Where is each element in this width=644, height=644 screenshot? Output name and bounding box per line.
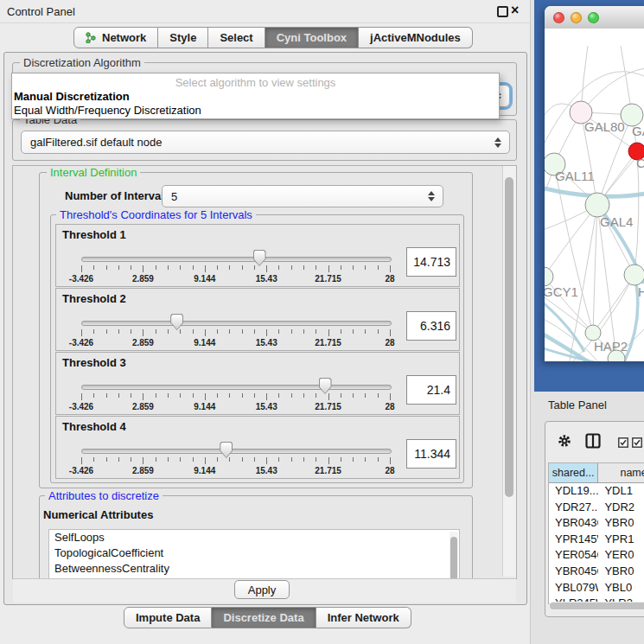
table-cell[interactable]: YBR0 — [598, 564, 644, 580]
threshold-value-input[interactable] — [407, 312, 456, 340]
threshold-value-input[interactable] — [407, 440, 456, 468]
bottom-tab-bar: Impute DataDiscretize DataInfer Network — [124, 607, 411, 628]
algorithm-option[interactable]: Manual Discretization — [12, 90, 499, 104]
tick-mark — [180, 393, 181, 398]
table-hscrollbar[interactable] — [549, 602, 644, 610]
attribute-item[interactable]: TopologicalCoefficient — [49, 545, 459, 561]
close-traffic-icon[interactable] — [553, 12, 564, 23]
tick-mark — [341, 329, 341, 334]
slider-handle[interactable] — [253, 250, 266, 266]
attributes-scrollbar[interactable] — [450, 532, 458, 579]
tab-cyni-toolbox[interactable]: Cyni Toolbox — [265, 27, 359, 48]
attribute-item[interactable]: BetweennessCentrality — [49, 561, 459, 577]
table-cell[interactable]: YPR1 — [598, 532, 644, 548]
tab-discretize-data[interactable]: Discretize Data — [212, 607, 316, 628]
threshold-value-box — [406, 375, 456, 405]
attributes-scrollbar-thumb[interactable] — [450, 537, 457, 579]
algorithm-option[interactable]: Equal Width/Frequency Discretization — [12, 104, 499, 118]
numerical-attributes-label: Numerical Attributes — [43, 508, 153, 521]
table-cell[interactable]: YBL0 — [598, 580, 644, 596]
algorithm-dropdown: Select algorithm to view settings Manual… — [11, 73, 500, 119]
table-row[interactable]: YBL079WYBL0 — [549, 580, 644, 596]
column-header-shared-[interactable]: shared... — [549, 463, 598, 482]
network-node[interactable] — [585, 193, 609, 217]
attribute-item[interactable]: SelfLoops — [49, 530, 459, 545]
apply-button[interactable]: Apply — [234, 580, 290, 599]
float-window-icon[interactable] — [497, 6, 508, 17]
num-intervals-label: Number of Intervals — [65, 189, 170, 202]
zoom-traffic-icon[interactable] — [588, 12, 599, 23]
tick-mark — [242, 457, 243, 462]
tick-mark — [316, 265, 316, 270]
table-row[interactable]: YBR043CYBR0 — [549, 515, 644, 532]
tab-select[interactable]: Select — [208, 27, 265, 48]
network-edge-highlighted[interactable] — [545, 298, 584, 352]
tick-mark — [156, 393, 156, 398]
tab-infer-network[interactable]: Infer Network — [316, 607, 411, 628]
slider-handle[interactable] — [170, 314, 183, 330]
settings-scrollbar[interactable] — [502, 166, 516, 577]
table-row[interactable]: YDR27...YDR2 — [549, 500, 644, 516]
table-cell[interactable]: YPR145W — [549, 532, 598, 548]
table-cell[interactable]: YBR045C — [549, 564, 598, 580]
table-cell[interactable]: YBL079W — [549, 580, 598, 596]
close-icon[interactable]: × — [511, 3, 519, 18]
tick-mark — [303, 393, 304, 398]
checkbox-icon[interactable] — [632, 437, 642, 448]
table-row[interactable]: YDL19...YDL1 — [549, 483, 644, 500]
table-cell[interactable]: YER0 — [598, 547, 644, 564]
table-row[interactable]: YPR145WYPR1 — [549, 532, 644, 548]
slider-handle[interactable] — [220, 442, 233, 458]
table-row[interactable]: YER054CYER0 — [549, 547, 644, 564]
table-hscrollbar-thumb[interactable] — [550, 603, 644, 609]
tab-jactivemnodules[interactable]: jActiveMNodules — [359, 27, 473, 48]
settings-scroll-pane: Interval Definition Number of Intervals … — [12, 165, 517, 579]
network-node[interactable] — [624, 265, 644, 285]
tick-mark — [378, 265, 379, 270]
column-header-name[interactable]: name — [598, 463, 644, 482]
split-columns-icon[interactable] — [585, 433, 601, 449]
tab-style[interactable]: Style — [158, 27, 208, 48]
tick-mark — [193, 329, 194, 334]
table-cell[interactable]: YDL1 — [598, 483, 644, 500]
tick-mark — [168, 393, 169, 398]
table-cell[interactable]: YBR043C — [549, 515, 598, 532]
table-cell[interactable]: YBR0 — [598, 515, 644, 532]
slider-track[interactable] — [81, 321, 392, 326]
network-edge[interactable] — [545, 205, 597, 277]
tick-label: 2.859 — [132, 274, 154, 284]
tick-mark — [131, 393, 131, 398]
checkbox-icon[interactable] — [618, 437, 628, 448]
gear-icon[interactable] — [557, 433, 572, 449]
tick-mark — [365, 393, 366, 398]
threshold-value-input[interactable] — [407, 248, 456, 276]
threshold-value-input[interactable] — [407, 376, 456, 404]
tick-mark — [217, 393, 218, 398]
slider-track[interactable] — [81, 385, 392, 390]
tab-impute-data[interactable]: Impute Data — [124, 607, 212, 628]
top-tab-bar: NetworkStyleSelectCyni ToolboxjActiveMNo… — [73, 27, 473, 48]
tick-mark — [254, 457, 255, 462]
table-cell[interactable]: YDR27... — [549, 500, 598, 516]
tab-network[interactable]: Network — [73, 27, 158, 48]
slider-track[interactable] — [81, 257, 392, 262]
tick-mark — [118, 457, 119, 462]
minimize-traffic-icon[interactable] — [571, 12, 582, 23]
threshold-label: Threshold 1 — [62, 228, 126, 241]
settings-scrollbar-thumb[interactable] — [505, 177, 513, 497]
tick-mark — [266, 329, 267, 336]
slider-handle[interactable] — [319, 378, 332, 394]
table-cell[interactable]: YDL19... — [549, 483, 598, 500]
network-node[interactable] — [545, 267, 553, 286]
network-canvas[interactable]: GAL80GAL2GAL11CYC1GAL4GCY1HIS4HAP2 — [545, 29, 644, 361]
node-label: GCY1 — [545, 284, 578, 299]
num-intervals-select[interactable]: 5 — [162, 185, 443, 207]
tick-mark — [143, 457, 143, 464]
network-edge[interactable] — [593, 205, 597, 333]
tick-mark — [229, 265, 230, 270]
slider-track[interactable] — [81, 449, 392, 454]
table-data-select[interactable]: galFiltered.sif default node — [21, 131, 510, 154]
table-row[interactable]: YBR045CYBR0 — [549, 564, 644, 580]
table-cell[interactable]: YDR2 — [598, 500, 644, 516]
table-cell[interactable]: YER054C — [549, 547, 598, 564]
